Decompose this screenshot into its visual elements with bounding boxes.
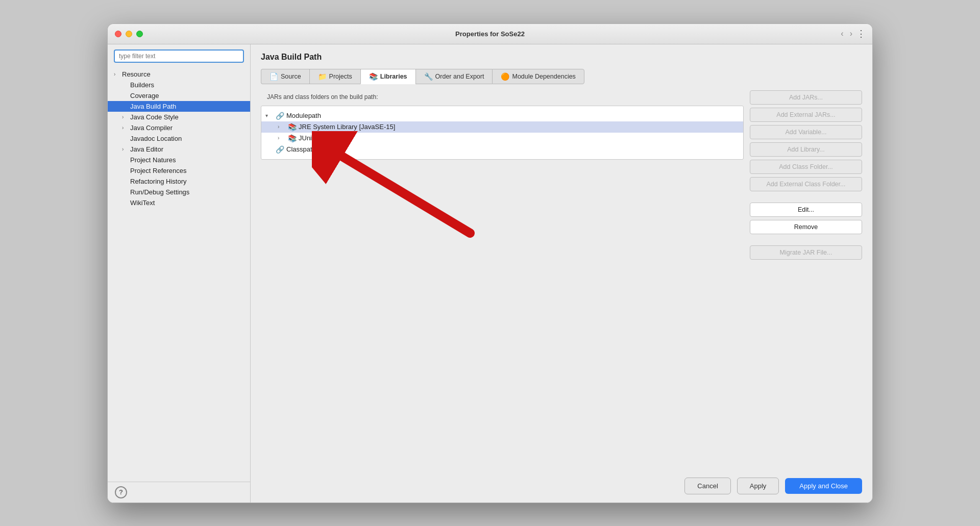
tab-label: Projects [329,73,352,80]
sidebar-item-java-build-path[interactable]: Java Build Path [108,101,250,112]
sidebar-item-label: WikiText [130,199,155,207]
footer-actions: Cancel Apply Apply and Close [261,470,862,494]
tab-icon: 📁 [318,72,327,81]
build-info: JARs and class folders on the build path… [261,90,744,106]
svg-line-1 [342,157,470,233]
build-tree-item-0[interactable]: ▾🔗Modulepath [261,110,743,121]
sidebar-bottom: ? [108,482,250,503]
build-tree-node-label: Modulepath [286,112,321,119]
help-button[interactable]: ? [115,486,127,498]
action-buttons-column: Add JARs...Add External JARs...Add Varia… [750,90,862,470]
sidebar-item-refactoring-history[interactable]: Refactoring History [108,176,250,187]
sidebar-item-label: Coverage [130,92,159,99]
build-tree-node-label: Classpath [286,145,316,153]
sidebar-item-java-code-style[interactable]: ›Java Code Style [108,112,250,122]
content-area: JARs and class folders on the build path… [261,90,862,470]
maximize-button[interactable] [136,31,143,37]
back-nav-button[interactable]: ‹ [839,28,845,39]
sidebar-item-label: Resource [122,70,151,78]
sidebar-item-label: Builders [130,81,154,89]
expand-arrow-icon: › [122,114,129,120]
sidebar-item-label: Java Compiler [130,124,173,132]
title-bar: Properties for SoSe22 ‹ › ⋮ [108,24,872,44]
close-button[interactable] [115,31,121,37]
build-tree-arrow-icon: › [278,135,286,141]
tabs-row: 📄Source📁Projects📚Libraries🔧Order and Exp… [261,69,862,84]
expand-arrow-icon: › [114,71,121,77]
expand-arrow-icon: › [122,125,129,131]
filter-input-wrap [108,44,250,67]
tab-label: Libraries [380,73,407,80]
tab-icon: 🔧 [424,72,433,81]
build-tree-node-icon: 🔗 [276,145,284,154]
window-controls [115,31,143,37]
sidebar-item-resource[interactable]: ›Resource [108,69,250,80]
tab-source[interactable]: 📄Source [261,69,309,84]
more-options-button[interactable]: ⋮ [856,28,865,39]
build-path-tree: ▾🔗Modulepath›📚JRE System Library [JavaSE… [261,106,744,160]
sidebar-item-label: Project References [130,167,187,174]
button-spacer [750,194,862,199]
tab-icon: 🟠 [501,72,509,81]
sidebar-item-java-compiler[interactable]: ›Java Compiler [108,122,250,133]
tab-projects[interactable]: 📁Projects [309,69,360,84]
tab-label: Source [281,73,301,80]
build-tree-item-1[interactable]: ›📚JRE System Library [JavaSE-15] [261,121,743,133]
main-content: ›ResourceBuildersCoverageJava Build Path… [108,44,872,503]
sidebar-item-project-natures[interactable]: Project Natures [108,155,250,165]
sidebar-item-rundebug-settings[interactable]: Run/Debug Settings [108,187,250,197]
title-bar-actions: ‹ › ⋮ [839,28,865,39]
build-tree-node-label: JUnit 5 [299,134,319,142]
sidebar-tree: ›ResourceBuildersCoverageJava Build Path… [108,67,250,482]
tab-order-and-export[interactable]: 🔧Order and Export [415,69,493,84]
tab-icon: 📄 [270,72,278,81]
tab-module-dependencies[interactable]: 🟠Module Dependencies [492,69,584,84]
sidebar-item-wikitext[interactable]: WikiText [108,197,250,208]
action-btn-migrate-jar-file-[interactable]: Migrate JAR File... [750,245,862,260]
build-tree-item-3[interactable]: 🔗Classpath [261,144,743,155]
build-tree-node-icon: 🔗 [276,112,284,120]
sidebar-item-java-editor[interactable]: ›Java Editor [108,144,250,155]
forward-nav-button[interactable]: › [848,28,854,39]
sidebar-item-javadoc-location[interactable]: Javadoc Location [108,133,250,144]
sidebar-item-coverage[interactable]: Coverage [108,90,250,101]
build-tree-node-icon: 📚 [288,123,297,131]
right-panel: Java Build Path 📄Source📁Projects📚Librari… [251,44,872,503]
apply-and-close-button[interactable]: Apply and Close [785,478,862,494]
tab-icon: 📚 [369,72,378,81]
sidebar-item-label: Java Editor [130,145,163,153]
build-tree-node-icon: 📚 [288,134,297,142]
action-btn-add-external-jars-[interactable]: Add External JARs... [750,108,862,122]
sidebar: ›ResourceBuildersCoverageJava Build Path… [108,44,251,503]
action-btn-add-jars-[interactable]: Add JARs... [750,90,862,105]
sidebar-item-project-references[interactable]: Project References [108,165,250,176]
panel-title: Java Build Path [261,53,862,62]
tab-label: Order and Export [435,73,484,80]
action-btn-add-variable-[interactable]: Add Variable... [750,125,862,139]
button-spacer [750,237,862,242]
sidebar-item-label: Java Build Path [130,103,176,110]
build-tree-arrow-icon: ▾ [265,113,274,118]
action-btn-add-external-class-folder-[interactable]: Add External Class Folder... [750,177,862,191]
tab-libraries[interactable]: 📚Libraries [360,69,415,84]
cancel-button[interactable]: Cancel [684,478,730,494]
filter-input[interactable] [114,49,244,63]
sidebar-item-label: Refactoring History [130,178,187,185]
sidebar-item-label: Project Natures [130,156,176,164]
tree-panel-wrap: JARs and class folders on the build path… [261,90,744,470]
action-btn-edit-[interactable]: Edit... [750,203,862,217]
action-btn-add-library-[interactable]: Add Library... [750,142,862,157]
action-btn-remove[interactable]: Remove [750,220,862,234]
sidebar-item-builders[interactable]: Builders [108,80,250,90]
expand-arrow-icon: › [122,146,129,152]
tab-label: Module Dependencies [512,73,575,80]
build-tree-item-2[interactable]: ›📚JUnit 5 [261,133,743,144]
properties-window: Properties for SoSe22 ‹ › ⋮ ›ResourceBui… [107,23,873,503]
window-title: Properties for SoSe22 [455,30,525,38]
sidebar-item-label: Run/Debug Settings [130,188,189,196]
sidebar-item-label: Javadoc Location [130,135,182,142]
minimize-button[interactable] [126,31,132,37]
action-btn-add-class-folder-[interactable]: Add Class Folder... [750,160,862,174]
build-tree-node-label: JRE System Library [JavaSE-15] [299,123,395,131]
apply-button[interactable]: Apply [737,478,779,494]
